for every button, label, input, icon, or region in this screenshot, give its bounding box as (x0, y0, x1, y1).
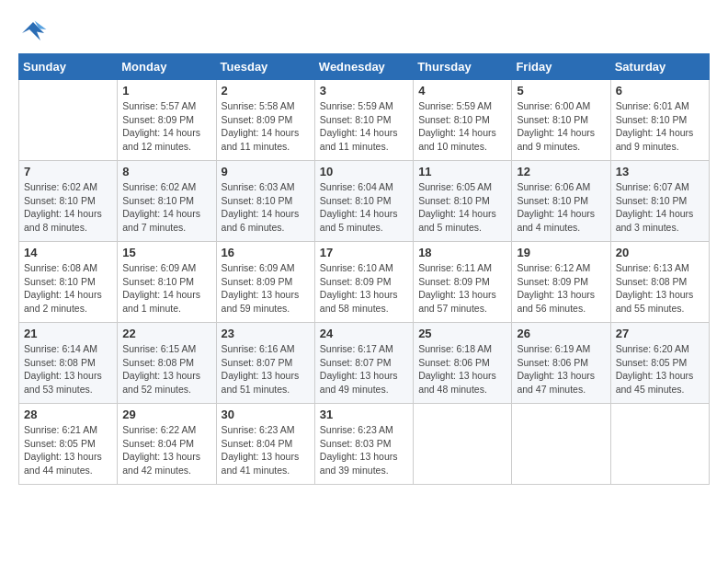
calendar-cell: 29Sunrise: 6:22 AM Sunset: 8:04 PM Dayli… (118, 404, 216, 485)
day-number: 28 (24, 408, 112, 421)
day-info: Sunrise: 6:18 AM Sunset: 8:06 PM Dayligh… (418, 342, 506, 396)
weekday-header-friday: Friday (512, 54, 610, 80)
calendar-cell (19, 80, 118, 161)
day-number: 16 (222, 246, 310, 259)
day-info: Sunrise: 6:02 AM Sunset: 8:10 PM Dayligh… (122, 180, 210, 235)
day-number: 9 (222, 165, 310, 178)
calendar-cell: 21Sunrise: 6:14 AM Sunset: 8:08 PM Dayli… (19, 323, 118, 404)
day-info: Sunrise: 6:02 AM Sunset: 8:10 PM Dayligh… (24, 180, 112, 235)
weekday-header-wednesday: Wednesday (314, 54, 413, 80)
day-info: Sunrise: 6:10 AM Sunset: 8:09 PM Dayligh… (320, 261, 408, 316)
day-number: 5 (517, 84, 605, 98)
day-number: 20 (616, 246, 704, 259)
day-number: 24 (320, 327, 408, 340)
day-info: Sunrise: 6:09 AM Sunset: 8:10 PM Dayligh… (122, 261, 210, 316)
calendar-cell: 10Sunrise: 6:04 AM Sunset: 8:10 PM Dayli… (314, 161, 413, 242)
calendar-body: 1Sunrise: 5:57 AM Sunset: 8:09 PM Daylig… (19, 80, 710, 485)
day-number: 4 (418, 84, 506, 98)
day-number: 30 (222, 408, 310, 421)
day-number: 23 (222, 327, 310, 340)
day-info: Sunrise: 6:15 AM Sunset: 8:08 PM Dayligh… (122, 342, 210, 396)
day-number: 31 (320, 408, 408, 421)
day-info: Sunrise: 6:00 AM Sunset: 8:10 PM Dayligh… (517, 99, 605, 154)
day-info: Sunrise: 6:17 AM Sunset: 8:07 PM Dayligh… (320, 342, 408, 396)
day-number: 14 (24, 246, 112, 259)
calendar-cell: 23Sunrise: 6:16 AM Sunset: 8:07 PM Dayli… (216, 323, 314, 404)
calendar-cell (414, 404, 512, 485)
calendar-cell: 14Sunrise: 6:08 AM Sunset: 8:10 PM Dayli… (19, 242, 118, 323)
calendar-cell: 27Sunrise: 6:20 AM Sunset: 8:05 PM Dayli… (610, 323, 709, 404)
day-number: 1 (122, 84, 210, 98)
day-info: Sunrise: 6:23 AM Sunset: 8:03 PM Dayligh… (320, 423, 408, 477)
calendar-cell: 2Sunrise: 5:58 AM Sunset: 8:09 PM Daylig… (216, 80, 314, 161)
day-info: Sunrise: 6:19 AM Sunset: 8:06 PM Dayligh… (517, 342, 605, 396)
day-info: Sunrise: 6:06 AM Sunset: 8:10 PM Dayligh… (517, 180, 605, 235)
calendar-cell: 22Sunrise: 6:15 AM Sunset: 8:08 PM Dayli… (118, 323, 216, 404)
day-info: Sunrise: 6:12 AM Sunset: 8:09 PM Dayligh… (517, 261, 605, 316)
day-number: 2 (222, 84, 310, 98)
day-number: 27 (616, 327, 704, 340)
calendar-cell: 3Sunrise: 5:59 AM Sunset: 8:10 PM Daylig… (314, 80, 413, 161)
day-number: 8 (122, 165, 210, 178)
calendar-cell: 11Sunrise: 6:05 AM Sunset: 8:10 PM Dayli… (414, 161, 512, 242)
calendar-cell: 24Sunrise: 6:17 AM Sunset: 8:07 PM Dayli… (314, 323, 413, 404)
week-row-1: 1Sunrise: 5:57 AM Sunset: 8:09 PM Daylig… (19, 80, 710, 161)
day-info: Sunrise: 6:23 AM Sunset: 8:04 PM Dayligh… (222, 423, 310, 477)
day-info: Sunrise: 5:59 AM Sunset: 8:10 PM Dayligh… (320, 99, 408, 154)
weekday-header-monday: Monday (118, 54, 216, 80)
day-number: 26 (517, 327, 605, 340)
day-info: Sunrise: 6:07 AM Sunset: 8:10 PM Dayligh… (616, 180, 704, 235)
day-number: 19 (517, 246, 605, 259)
calendar-cell: 19Sunrise: 6:12 AM Sunset: 8:09 PM Dayli… (512, 242, 610, 323)
calendar-cell: 12Sunrise: 6:06 AM Sunset: 8:10 PM Dayli… (512, 161, 610, 242)
week-row-2: 7Sunrise: 6:02 AM Sunset: 8:10 PM Daylig… (19, 161, 710, 242)
calendar-table: SundayMondayTuesdayWednesdayThursdayFrid… (18, 53, 710, 485)
day-info: Sunrise: 6:04 AM Sunset: 8:10 PM Dayligh… (320, 180, 408, 235)
calendar-cell: 16Sunrise: 6:09 AM Sunset: 8:09 PM Dayli… (216, 242, 314, 323)
day-number: 11 (418, 165, 506, 178)
day-number: 25 (418, 327, 506, 340)
day-number: 13 (616, 165, 704, 178)
week-row-5: 28Sunrise: 6:21 AM Sunset: 8:05 PM Dayli… (19, 404, 710, 485)
day-number: 10 (320, 165, 408, 178)
weekday-header-saturday: Saturday (610, 54, 709, 80)
calendar-cell: 25Sunrise: 6:18 AM Sunset: 8:06 PM Dayli… (414, 323, 512, 404)
calendar-cell: 26Sunrise: 6:19 AM Sunset: 8:06 PM Dayli… (512, 323, 610, 404)
day-info: Sunrise: 5:57 AM Sunset: 8:09 PM Dayligh… (122, 99, 210, 154)
day-info: Sunrise: 6:03 AM Sunset: 8:10 PM Dayligh… (222, 180, 310, 235)
day-info: Sunrise: 6:20 AM Sunset: 8:05 PM Dayligh… (616, 342, 704, 396)
day-number: 17 (320, 246, 408, 259)
day-info: Sunrise: 5:58 AM Sunset: 8:09 PM Dayligh… (222, 99, 310, 154)
day-info: Sunrise: 6:05 AM Sunset: 8:10 PM Dayligh… (418, 180, 506, 235)
day-info: Sunrise: 6:11 AM Sunset: 8:09 PM Dayligh… (418, 261, 506, 316)
day-number: 3 (320, 84, 408, 98)
calendar-cell: 28Sunrise: 6:21 AM Sunset: 8:05 PM Dayli… (19, 404, 118, 485)
calendar-cell: 20Sunrise: 6:13 AM Sunset: 8:08 PM Dayli… (610, 242, 709, 323)
calendar-cell: 4Sunrise: 5:59 AM Sunset: 8:10 PM Daylig… (414, 80, 512, 161)
day-info: Sunrise: 6:22 AM Sunset: 8:04 PM Dayligh… (122, 423, 210, 477)
logo (18, 18, 51, 44)
calendar-cell: 18Sunrise: 6:11 AM Sunset: 8:09 PM Dayli… (414, 242, 512, 323)
day-number: 6 (616, 84, 704, 98)
day-info: Sunrise: 6:21 AM Sunset: 8:05 PM Dayligh… (24, 423, 112, 477)
calendar-cell: 9Sunrise: 6:03 AM Sunset: 8:10 PM Daylig… (216, 161, 314, 242)
day-number: 21 (24, 327, 112, 340)
day-number: 15 (122, 246, 210, 259)
weekday-header-tuesday: Tuesday (216, 54, 314, 80)
calendar-cell: 6Sunrise: 6:01 AM Sunset: 8:10 PM Daylig… (610, 80, 709, 161)
svg-marker-0 (22, 22, 44, 40)
day-number: 22 (122, 327, 210, 340)
week-row-3: 14Sunrise: 6:08 AM Sunset: 8:10 PM Dayli… (19, 242, 710, 323)
calendar-cell (610, 404, 709, 485)
day-info: Sunrise: 5:59 AM Sunset: 8:10 PM Dayligh… (418, 99, 506, 154)
calendar-cell: 7Sunrise: 6:02 AM Sunset: 8:10 PM Daylig… (19, 161, 118, 242)
day-info: Sunrise: 6:01 AM Sunset: 8:10 PM Dayligh… (616, 99, 704, 154)
day-info: Sunrise: 6:14 AM Sunset: 8:08 PM Dayligh… (24, 342, 112, 396)
calendar-cell: 15Sunrise: 6:09 AM Sunset: 8:10 PM Dayli… (118, 242, 216, 323)
day-number: 29 (122, 408, 210, 421)
weekday-header-thursday: Thursday (414, 54, 512, 80)
calendar-cell: 13Sunrise: 6:07 AM Sunset: 8:10 PM Dayli… (610, 161, 709, 242)
day-info: Sunrise: 6:16 AM Sunset: 8:07 PM Dayligh… (222, 342, 310, 396)
calendar-cell: 31Sunrise: 6:23 AM Sunset: 8:03 PM Dayli… (314, 404, 413, 485)
calendar-cell: 17Sunrise: 6:10 AM Sunset: 8:09 PM Dayli… (314, 242, 413, 323)
